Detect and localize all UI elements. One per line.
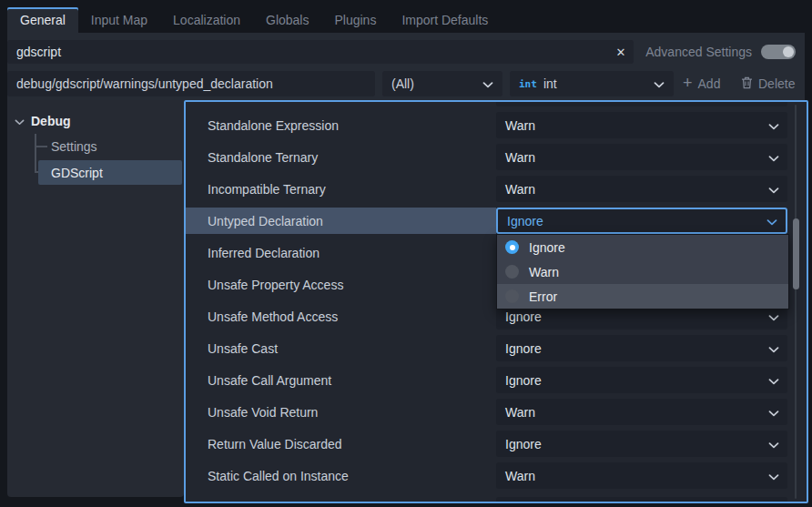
setting-value-dropdown[interactable]: Ignore [496,367,787,393]
setting-label: Untyped Declaration [208,208,323,234]
chevron-down-icon [654,76,665,91]
search-row: ✕ Advanced Settings [7,40,805,64]
setting-label: Unsafe Cast [208,335,278,361]
option-label: Error [529,289,557,304]
setting-label: Static Called on Instance [208,462,349,489]
tree-item-label: Debug [31,114,71,128]
tab-plugins[interactable]: Plugins [321,7,389,33]
type-value: int [543,76,557,91]
setting-value-dropdown[interactable]: Warn [496,144,787,170]
type-dropdown[interactable]: int int [510,71,674,96]
advanced-settings: Advanced Settings [645,40,796,64]
chevron-down-icon [482,76,493,91]
int-type-icon: int [519,78,537,90]
option-label: Warn [529,265,559,279]
tab-label: General [20,13,66,27]
add-property-button[interactable]: + Add [683,71,720,96]
radio-icon [505,289,519,303]
setting-row: Unsafe Call Argument Ignore [186,367,807,393]
setting-label: Return Value Discarded [208,431,342,457]
tree-item-label: Settings [51,139,97,154]
setting-row: Untyped Declaration Ignore [186,208,496,234]
setting-value: Warn [505,150,535,165]
setting-value: Ignore [507,214,543,228]
setting-value: Warn [505,118,535,133]
dropdown-option[interactable]: Ignore [497,235,788,259]
setting-value-dropdown[interactable]: Ignore [496,208,787,234]
setting-label: Standalone Ternary [208,144,318,170]
option-label: Ignore [529,240,565,255]
tab-input-map[interactable]: Input Map [78,7,160,33]
setting-value: Warn [505,182,535,197]
search-input[interactable] [7,40,634,64]
feature-filter-dropdown[interactable]: (All) [382,71,502,96]
delete-property-button[interactable]: Delete [741,71,795,96]
setting-value-dropdown[interactable]: Warn [496,462,787,489]
chevron-down-icon [768,405,779,420]
dropdown-option[interactable]: Error [497,284,788,309]
tree-connector-line [35,146,47,147]
property-path-input[interactable] [7,71,375,96]
delete-button-label: Delete [758,76,795,91]
setting-label: Unsafe Call Argument [208,367,331,393]
partial-row-below [496,497,787,502]
tab-label: Localization [173,13,240,27]
setting-label: Inferred Declaration [208,239,320,266]
setting-row: Incompatible Ternary Warn [186,176,807,202]
enum-dropdown-popup: Ignore Warn Error [496,234,789,309]
chevron-down-icon [768,182,779,197]
tab-bar: General Input Map Localization Globals P… [7,7,501,33]
chevron-down-icon [768,309,779,324]
tree-item-debug[interactable]: Debug [15,109,71,133]
tree-connector-line [35,134,36,173]
clear-search-icon[interactable]: ✕ [610,40,632,64]
tree-item-gdscript[interactable]: GDScript [38,160,182,185]
expand-chevron-icon[interactable] [15,114,25,128]
feature-filter-value: (All) [391,76,414,91]
advanced-settings-label: Advanced Settings [645,45,752,59]
setting-value-dropdown[interactable]: Warn [496,176,787,202]
advanced-settings-toggle[interactable] [761,45,796,59]
setting-row: Standalone Ternary Warn [186,144,807,170]
property-bar: (All) int int + Add Delete [7,71,805,96]
setting-label: Unsafe Method Access [208,303,338,330]
settings-tree: Debug Settings GDScript [7,100,184,497]
chevron-down-icon [768,437,779,451]
dropdown-option[interactable]: Warn [497,259,788,284]
tree-item-settings[interactable]: Settings [51,135,97,158]
setting-row: Unsafe Cast Ignore [186,335,807,361]
chevron-down-icon [768,469,779,483]
tree-item-label: GDScript [51,166,103,180]
setting-value: Warn [505,405,535,420]
setting-value-dropdown[interactable]: Ignore [496,335,787,361]
tab-label: Globals [266,13,309,27]
tab-label: Import Defaults [401,13,488,27]
setting-row: Unsafe Void Return Warn [186,399,807,425]
trash-icon [741,76,753,92]
tab-label: Plugins [334,13,376,27]
setting-value-dropdown[interactable]: Warn [496,112,787,138]
tab-label: Input Map [91,13,147,27]
setting-label: Unsafe Void Return [208,399,318,425]
setting-value-dropdown[interactable]: Warn [496,399,787,425]
scrollbar-thumb[interactable] [793,218,799,289]
setting-value: Ignore [505,373,542,388]
add-button-label: Add [698,76,721,91]
tab-general[interactable]: General [7,7,78,33]
setting-value-dropdown[interactable]: Ignore [496,431,787,457]
toggle-knob-icon [783,46,794,57]
setting-row: Static Called on Instance Warn [186,462,807,489]
tab-globals[interactable]: Globals [253,7,321,33]
scrollbar-track[interactable] [795,105,797,499]
settings-panel: Standalone Expression Warn Standalone Te… [184,100,808,503]
setting-value: Ignore [505,437,542,451]
radio-icon [505,240,519,254]
tab-localization[interactable]: Localization [160,7,253,33]
setting-value: Ignore [505,341,542,356]
radio-icon [505,265,519,279]
tab-import-defaults[interactable]: Import Defaults [389,7,501,33]
setting-value: Ignore [505,309,542,324]
chevron-down-icon [768,118,779,133]
chevron-down-icon [768,373,779,388]
setting-row: Standalone Expression Warn [186,112,807,138]
